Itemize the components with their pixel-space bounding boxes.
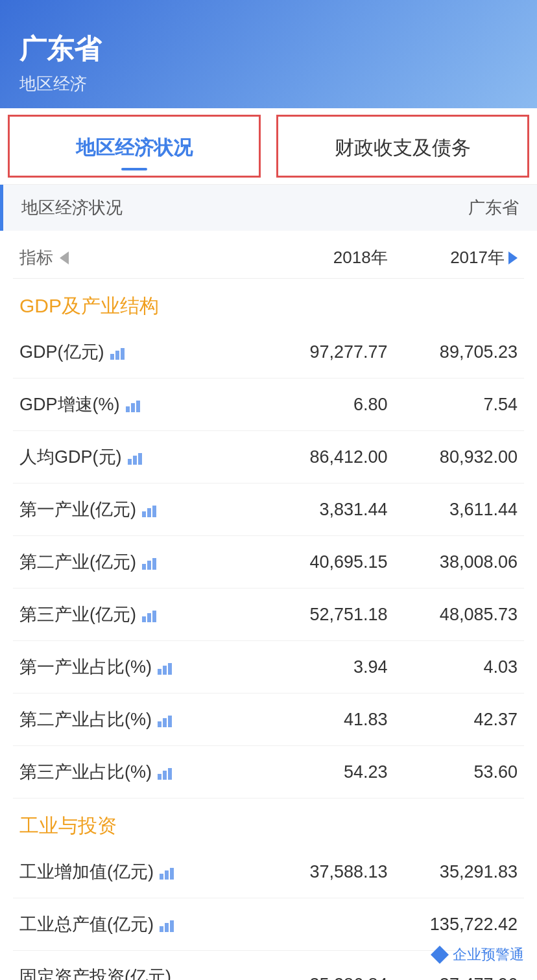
row-label: GDP增速(%): [19, 393, 257, 416]
svg-rect-20: [168, 663, 172, 675]
svg-rect-25: [163, 771, 167, 780]
row-label: 工业总产值(亿元): [19, 913, 257, 936]
svg-rect-13: [147, 561, 151, 570]
header: 广东省 地区经济: [0, 0, 537, 108]
table-row: 第三产业占比(%) 54.2353.60: [13, 746, 524, 799]
row-val-2017: 37,477.96: [388, 975, 518, 981]
chart-icon[interactable]: [125, 397, 145, 412]
col-header-year2: 2017年: [388, 246, 518, 269]
row-label-text: 第二产业(亿元): [19, 550, 136, 574]
watermark-icon: [431, 946, 449, 964]
svg-rect-27: [160, 874, 163, 880]
chart-icon[interactable]: [110, 345, 129, 359]
row-val-2017: 7.54: [388, 395, 518, 415]
row-val-2018: 3.94: [257, 657, 387, 677]
row-label: 工业增加值(亿元): [19, 860, 257, 883]
svg-rect-23: [168, 716, 172, 727]
row-val-2017: 53.60: [388, 762, 518, 782]
row-val-2017: 42.37: [388, 710, 518, 730]
row-val-2018: 52,751.18: [257, 605, 387, 625]
svg-rect-21: [158, 721, 161, 727]
row-label-text: 第一产业占比(%): [19, 655, 152, 679]
row-label-text: 工业增加值(亿元): [19, 860, 154, 883]
row-label-text: 工业总产值(亿元): [19, 913, 154, 936]
category-row: GDP及产业结构: [13, 279, 524, 326]
svg-rect-17: [152, 611, 156, 622]
row-val-2018: 35,286.84: [257, 975, 387, 981]
row-label-text: 固定资产投资(亿元): [19, 965, 171, 980]
row-val-2018: 3,831.44: [257, 500, 387, 520]
table-row: 工业增加值(亿元) 37,588.1335,291.83: [13, 846, 524, 898]
prev-year-arrow[interactable]: [60, 251, 69, 264]
row-val-2018: 97,277.77: [257, 342, 387, 362]
table-row: GDP(亿元) 97,277.7789,705.23: [13, 326, 524, 379]
table-row: 第一产业(亿元) 3,831.443,611.44: [13, 484, 524, 536]
row-label: 人均GDP(元): [19, 445, 257, 469]
row-label: 第二产业占比(%): [19, 708, 257, 731]
chart-icon[interactable]: [141, 502, 161, 517]
svg-rect-6: [128, 459, 132, 465]
chart-icon[interactable]: [141, 555, 161, 569]
next-year-arrow[interactable]: [508, 251, 518, 264]
col-header-row: 指标 2018年 2017年: [13, 231, 524, 279]
row-val-2017: 4.03: [388, 657, 518, 677]
svg-rect-10: [147, 508, 151, 517]
svg-rect-1: [115, 351, 119, 360]
svg-rect-9: [142, 511, 146, 517]
svg-rect-5: [136, 401, 140, 412]
category-label: 工业与投资: [19, 815, 117, 836]
svg-rect-3: [126, 406, 130, 412]
tab-fiscal[interactable]: 财政收支及债务: [276, 115, 529, 178]
row-label-text: 第三产业占比(%): [19, 760, 152, 784]
row-label: 固定资产投资(亿元): [19, 965, 257, 980]
page-title: 广东省: [19, 31, 518, 67]
svg-rect-4: [131, 403, 135, 412]
svg-rect-12: [142, 564, 146, 570]
row-label-text: 第一产业(亿元): [19, 498, 136, 521]
svg-rect-0: [110, 354, 114, 360]
row-val-2018: 40,695.15: [257, 552, 387, 572]
svg-rect-29: [170, 868, 174, 880]
svg-rect-28: [165, 870, 169, 880]
row-label: 第二产业(亿元): [19, 550, 257, 574]
row-val-2017: 48,085.73: [388, 605, 518, 625]
tab-regional-economy[interactable]: 地区经济状况: [8, 115, 261, 178]
col-header-indicator: 指标: [19, 246, 257, 269]
svg-rect-15: [142, 616, 146, 622]
chart-icon[interactable]: [141, 607, 161, 622]
row-label: 第三产业占比(%): [19, 760, 257, 784]
table-row: 第二产业占比(%) 41.8342.37: [13, 694, 524, 746]
chart-icon[interactable]: [157, 765, 176, 779]
table-area: 指标 2018年 2017年 GDP及产业结构GDP(亿元) 97,277.77…: [0, 231, 537, 980]
row-val-2017: 135,722.42: [388, 915, 518, 935]
svg-rect-7: [133, 456, 137, 465]
chart-icon[interactable]: [127, 450, 147, 464]
row-label-text: 第二产业占比(%): [19, 708, 152, 731]
row-label: GDP(亿元): [19, 340, 257, 364]
row-val-2018: 54.23: [257, 762, 387, 782]
row-label-text: GDP(亿元): [19, 340, 104, 364]
chart-icon[interactable]: [159, 917, 178, 931]
row-label: 第三产业(亿元): [19, 603, 257, 626]
svg-rect-22: [163, 718, 167, 727]
table-row: 第三产业(亿元) 52,751.1848,085.73: [13, 589, 524, 641]
chart-icon[interactable]: [159, 865, 178, 879]
breadcrumb: 地区经济状况 广东省: [0, 185, 537, 231]
chart-icon[interactable]: [157, 660, 176, 674]
col-header-year1: 2018年: [257, 246, 387, 269]
row-label: 第一产业(亿元): [19, 498, 257, 521]
row-val-2017: 80,932.00: [388, 447, 518, 467]
svg-rect-16: [147, 613, 151, 622]
tabs-container: 地区经济状况 财政收支及债务: [0, 108, 537, 185]
chart-icon[interactable]: [157, 712, 176, 727]
svg-rect-11: [152, 506, 156, 517]
breadcrumb-left: 地区经济状况: [21, 196, 123, 219]
svg-rect-32: [170, 920, 174, 932]
watermark: 企业预警通: [431, 945, 524, 964]
row-val-2017: 3,611.44: [388, 500, 518, 520]
watermark-text: 企业预警通: [453, 945, 524, 964]
row-label-text: GDP增速(%): [19, 393, 120, 416]
page-subtitle: 地区经济: [19, 73, 518, 95]
row-label-text: 第三产业(亿元): [19, 603, 136, 626]
svg-rect-30: [160, 926, 163, 932]
